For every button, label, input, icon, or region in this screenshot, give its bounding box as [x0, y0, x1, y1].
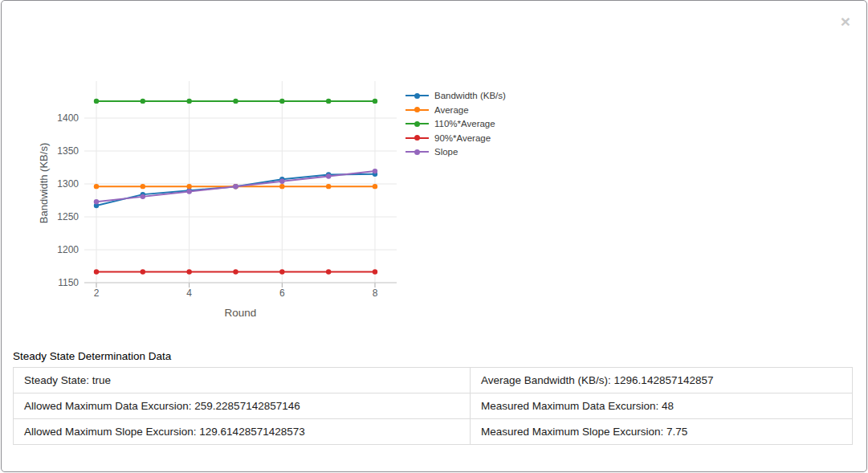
legend-label: Slope — [434, 147, 458, 157]
svg-text:8: 8 — [373, 287, 378, 299]
svg-text:1200: 1200 — [57, 244, 79, 255]
steady-state-table: Steady State: true Average Bandwidth (KB… — [13, 367, 853, 445]
legend-line-swatch — [405, 137, 429, 139]
steady-state-modal: × 1150120012501300135014002468RoundBandw… — [1, 0, 867, 472]
legend-dot — [414, 93, 420, 99]
svg-text:Round: Round — [225, 307, 257, 319]
table-row: Steady State: true Average Bandwidth (KB… — [14, 368, 852, 393]
svg-text:4: 4 — [186, 287, 192, 299]
legend-line-swatch — [405, 123, 429, 124]
svg-text:1150: 1150 — [58, 277, 79, 288]
legend-label: Average — [434, 105, 469, 116]
legend-item-slope[interactable]: Slope — [405, 147, 506, 157]
svg-text:1300: 1300 — [57, 178, 79, 190]
legend-line-swatch — [405, 109, 429, 111]
svg-text:1350: 1350 — [57, 145, 79, 157]
legend-dot — [414, 121, 420, 127]
close-icon[interactable]: × — [841, 13, 850, 30]
svg-text:Bandwidth (KB/s): Bandwidth (KB/s) — [38, 143, 50, 223]
cell-allowed-data-excursion: Allowed Maximum Data Excursion: 259.2285… — [14, 393, 471, 418]
legend-label: 90%*Average — [434, 133, 491, 144]
svg-text:1400: 1400 — [57, 112, 79, 124]
svg-text:2: 2 — [94, 287, 100, 299]
legend-item-bandwidth[interactable]: Bandwidth (KB/s) — [405, 91, 506, 101]
legend-item-90pct-average[interactable]: 90%*Average — [405, 133, 506, 144]
cell-measured-data-excursion: Measured Maximum Data Excursion: 48 — [471, 393, 852, 418]
table-row: Allowed Maximum Data Excursion: 259.2285… — [14, 393, 852, 419]
legend-label: Bandwidth (KB/s) — [434, 91, 506, 101]
svg-text:6: 6 — [279, 287, 285, 299]
cell-measured-slope-excursion: Measured Maximum Slope Excursion: 7.75 — [471, 419, 852, 444]
chart-legend: Bandwidth (KB/s) Average 110%*Average 90… — [405, 91, 506, 161]
svg-text:1250: 1250 — [57, 211, 79, 222]
legend-item-average[interactable]: Average — [405, 105, 506, 116]
cell-allowed-slope-excursion: Allowed Maximum Slope Excursion: 129.614… — [14, 419, 471, 444]
legend-line-swatch — [405, 95, 429, 96]
steady-state-section: Steady State Determination Data Steady S… — [13, 350, 853, 445]
legend-dot — [414, 135, 420, 141]
table-title: Steady State Determination Data — [13, 350, 853, 362]
cell-average-bandwidth: Average Bandwidth (KB/s): 1296.142857142… — [471, 368, 852, 393]
legend-dot — [414, 107, 420, 112]
legend-line-swatch — [405, 151, 429, 153]
legend-dot — [414, 149, 420, 155]
cell-steady-state: Steady State: true — [14, 368, 471, 393]
table-row: Allowed Maximum Slope Excursion: 129.614… — [14, 419, 852, 444]
legend-label: 110%*Average — [434, 119, 495, 129]
legend-item-110pct-average[interactable]: 110%*Average — [405, 119, 506, 129]
